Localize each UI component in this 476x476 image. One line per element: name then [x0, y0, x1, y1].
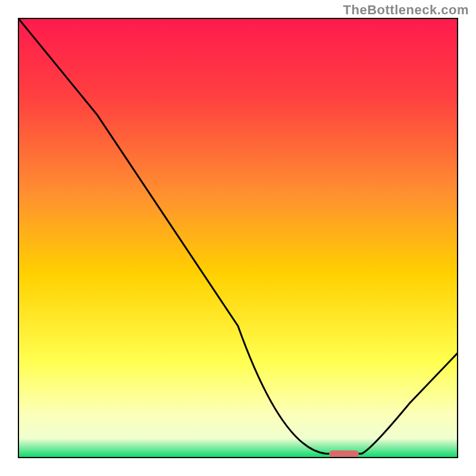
optimal-range-marker — [329, 450, 359, 458]
bottleneck-curve — [18, 18, 458, 458]
chart-area — [18, 18, 458, 458]
watermark-text: TheBottleneck.com — [343, 2, 469, 18]
